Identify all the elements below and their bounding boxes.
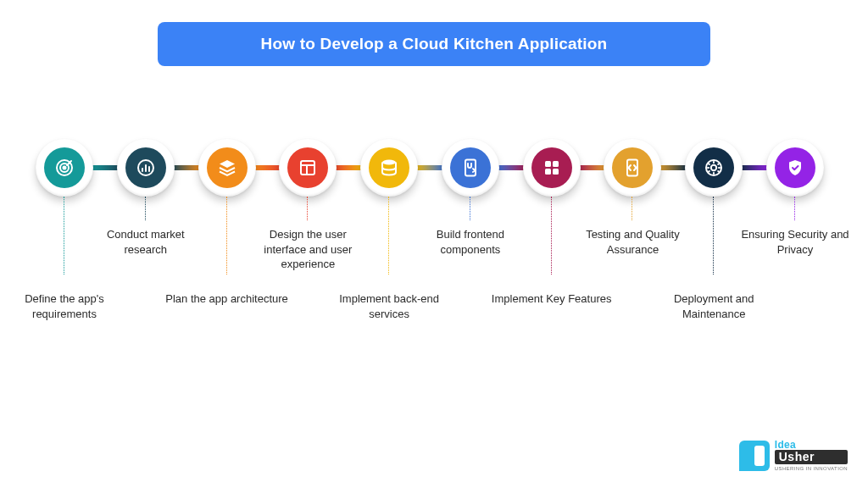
step-label: Ensuring Security and Privacy [736, 227, 854, 257]
connector [334, 165, 363, 170]
leader-line [470, 197, 471, 220]
layers-icon [207, 147, 248, 188]
leader-line [632, 197, 633, 220]
layout-icon [287, 147, 328, 188]
svg-rect-7 [545, 161, 551, 167]
connector [172, 165, 201, 170]
code-icon [612, 147, 653, 188]
ux-icon [450, 147, 491, 188]
step-label: Design the user interface and user exper… [248, 227, 367, 272]
svg-point-13 [711, 165, 716, 170]
step-label: Build frontend components [411, 227, 530, 257]
gear-icon [693, 147, 734, 188]
leader-line [307, 197, 309, 220]
step-node [766, 139, 824, 197]
connector [578, 165, 607, 170]
svg-rect-8 [553, 161, 559, 167]
step-node [279, 139, 337, 197]
svg-point-5 [382, 160, 396, 165]
connector [253, 165, 282, 170]
leader-line [551, 197, 553, 274]
step-node [117, 139, 175, 197]
database-icon [369, 147, 409, 188]
logo-mark-icon [739, 441, 770, 471]
leader-line [226, 197, 228, 274]
step-label: Implement Key Features [488, 291, 615, 307]
step-node [198, 139, 256, 197]
step-node [360, 139, 418, 197]
leader-line [64, 197, 65, 274]
logo-tagline: USHERING IN INNOVATION [775, 466, 848, 471]
step-node [685, 139, 743, 197]
page-title: How to Develop a Cloud Kitchen Applicati… [158, 22, 710, 66]
steps-row [36, 130, 824, 205]
shield-icon [775, 147, 815, 188]
step-label: Deployment and Maintenance [650, 291, 777, 321]
connector [415, 165, 444, 170]
step-label: Implement back-end services [326, 291, 453, 321]
logo-text-top: Idea [775, 440, 848, 450]
brand-logo: Idea Usher USHERING IN INNOVATION [739, 440, 848, 471]
chart-icon [125, 147, 166, 188]
svg-rect-9 [545, 169, 551, 175]
svg-rect-10 [553, 169, 559, 175]
step-label: Define the app's requirements [1, 291, 128, 321]
apps-icon [531, 147, 572, 188]
connector [91, 165, 120, 170]
logo-text-bottom: Usher [775, 450, 848, 464]
step-node [36, 139, 93, 197]
step-label: Conduct market research [86, 227, 205, 257]
leader-line [388, 197, 390, 274]
target-icon [44, 147, 85, 188]
connector [740, 165, 769, 170]
leader-line [145, 197, 147, 220]
connector [497, 165, 526, 170]
step-node [442, 139, 499, 197]
step-label: Plan the app architecture [164, 291, 291, 307]
connector [659, 165, 687, 170]
leader-line [794, 197, 796, 220]
step-node [604, 139, 661, 197]
step-node [523, 139, 581, 197]
step-label: Testing and Quality Assurance [573, 227, 692, 257]
svg-point-2 [64, 167, 66, 169]
leader-line [713, 197, 715, 274]
